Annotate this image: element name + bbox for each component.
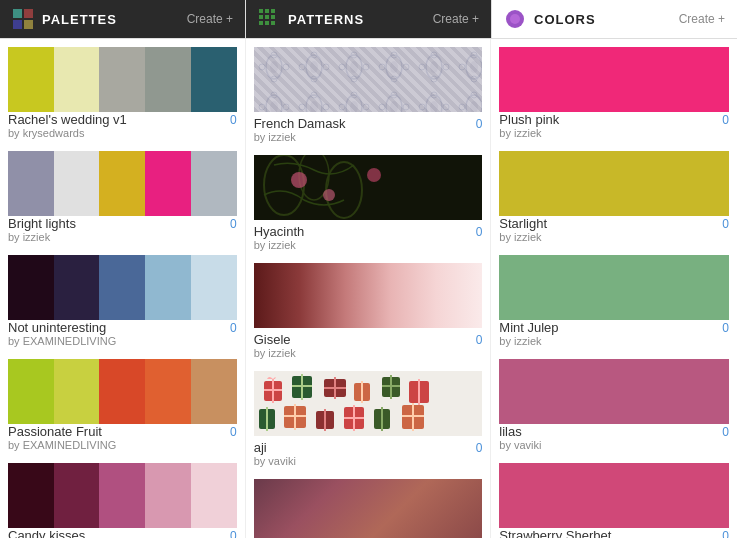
svg-point-29 [367, 168, 381, 182]
svg-rect-9 [271, 15, 275, 19]
tab-patterns[interactable]: PATTERNS Create + [246, 0, 492, 38]
card-author: by izziek [499, 127, 729, 139]
svg-rect-5 [265, 9, 269, 13]
swatch-block [145, 47, 191, 112]
tab-palettes-label: PALETTES [42, 12, 187, 27]
card-gisele: Gisele 0 by izziek [254, 263, 483, 359]
svg-rect-36 [292, 385, 312, 387]
card-title[interactable]: Hyacinth [254, 224, 305, 239]
swatch-block [99, 359, 145, 424]
card-author: by EXAMINEDLIVING [8, 439, 237, 451]
swatch-block [191, 463, 237, 528]
swatch-block [8, 151, 54, 216]
svg-rect-41 [361, 381, 363, 403]
svg-rect-10 [259, 21, 263, 25]
card-footer: Rachel's wedding v1 0 [8, 112, 237, 127]
svg-rect-44 [382, 385, 400, 387]
patterns-icon [258, 8, 280, 30]
palette-swatch-passionate [8, 359, 237, 424]
card-count: 0 [722, 321, 729, 335]
card-aji: aji 0 by vaviki [254, 371, 483, 467]
card-author: by izziek [254, 131, 483, 143]
svg-rect-56 [344, 417, 364, 419]
svg-rect-58 [381, 407, 383, 431]
card-lilas: lilas 0 by vaviki [499, 359, 729, 451]
card-title[interactable]: Not uninteresting [8, 320, 106, 335]
card-bright-lights: Bright lights 0 by izziek [8, 151, 237, 243]
card-author: by vaviki [499, 439, 729, 451]
card-footer: Plush pink 0 [499, 112, 729, 127]
color-swatch-lilas [499, 359, 729, 424]
card-title[interactable]: aji [254, 440, 267, 455]
card-title[interactable]: Gisele [254, 332, 291, 347]
card-count: 0 [230, 217, 237, 231]
card-footer: Starlight 0 [499, 216, 729, 231]
card-mint-julep: Mint Julep 0 by izziek [499, 255, 729, 347]
svg-rect-23 [254, 155, 483, 220]
tab-colors[interactable]: COLORS Create + [492, 0, 737, 38]
svg-rect-39 [324, 387, 346, 389]
color-swatch-mint-julep [499, 255, 729, 320]
colors-create-btn[interactable]: Create + [679, 12, 725, 26]
card-count: 0 [230, 425, 237, 439]
swatch-block [145, 359, 191, 424]
palette-swatch-bright [8, 151, 237, 216]
card-title[interactable]: Candy kisses [8, 528, 85, 538]
svg-rect-0 [13, 9, 22, 18]
palette-swatch-candy [8, 463, 237, 528]
svg-rect-22 [254, 47, 483, 112]
patterns-create-btn[interactable]: Create + [433, 12, 479, 26]
swatch-block [54, 463, 100, 528]
swatch-block [99, 463, 145, 528]
card-author: by krysedwards [8, 127, 237, 139]
card-title[interactable]: Rachel's wedding v1 [8, 112, 127, 127]
card-candy-kisses: Candy kisses 0 by izziek [8, 463, 237, 538]
svg-rect-2 [13, 20, 22, 29]
card-passionate-fruit: Passionate Fruit 0 by EXAMINEDLIVING [8, 359, 237, 451]
card-title[interactable]: Passionate Fruit [8, 424, 102, 439]
svg-rect-46 [418, 379, 420, 405]
card-count: 0 [230, 113, 237, 127]
svg-rect-8 [265, 15, 269, 19]
card-title[interactable]: Bright lights [8, 216, 76, 231]
pattern-image-hyacinth [254, 155, 483, 220]
card-footer: Passionate Fruit 0 [8, 424, 237, 439]
tab-palettes[interactable]: PALETTES Create + [0, 0, 246, 38]
palette-swatch-notun [8, 255, 237, 320]
swatch-block [191, 47, 237, 112]
swatch-block [54, 47, 100, 112]
card-author: by EXAMINEDLIVING [8, 335, 237, 347]
swatch-block [8, 359, 54, 424]
tab-patterns-label: PATTERNS [288, 12, 433, 27]
card-count: 0 [230, 529, 237, 538]
svg-rect-3 [24, 20, 33, 29]
card-footer: Not uninteresting 0 [8, 320, 237, 335]
card-author: by izziek [499, 231, 729, 243]
svg-rect-4 [259, 9, 263, 13]
main-grid: Rachel's wedding v1 0 by krysedwards Bri… [0, 39, 737, 538]
card-title[interactable]: Starlight [499, 216, 547, 231]
swatch-block [191, 359, 237, 424]
swatch-block [145, 151, 191, 216]
card-title[interactable]: Strawberry Sherbet [499, 528, 611, 538]
card-title[interactable]: lilas [499, 424, 521, 439]
card-title[interactable]: Plush pink [499, 112, 559, 127]
card-not-uninteresting: Not uninteresting 0 by EXAMINEDLIVING [8, 255, 237, 347]
card-title[interactable]: Mint Julep [499, 320, 558, 335]
card-author: by izziek [499, 335, 729, 347]
svg-rect-33 [264, 389, 282, 391]
svg-rect-12 [271, 21, 275, 25]
card-title[interactable]: French Damask [254, 116, 346, 131]
card-footer: Hyacinth 0 [254, 224, 483, 239]
swatch-block [8, 47, 54, 112]
swatch-block [8, 463, 54, 528]
card-hyacinth: Hyacinth 0 by izziek [254, 155, 483, 251]
swatch-block [54, 359, 100, 424]
card-footer: lilas 0 [499, 424, 729, 439]
svg-rect-53 [324, 409, 326, 431]
pattern-image-french-damask [254, 47, 483, 112]
card-plush-pink: Plush pink 0 by izziek [499, 47, 729, 139]
svg-rect-1 [24, 9, 33, 18]
palettes-create-btn[interactable]: Create + [187, 12, 233, 26]
svg-rect-11 [265, 21, 269, 25]
